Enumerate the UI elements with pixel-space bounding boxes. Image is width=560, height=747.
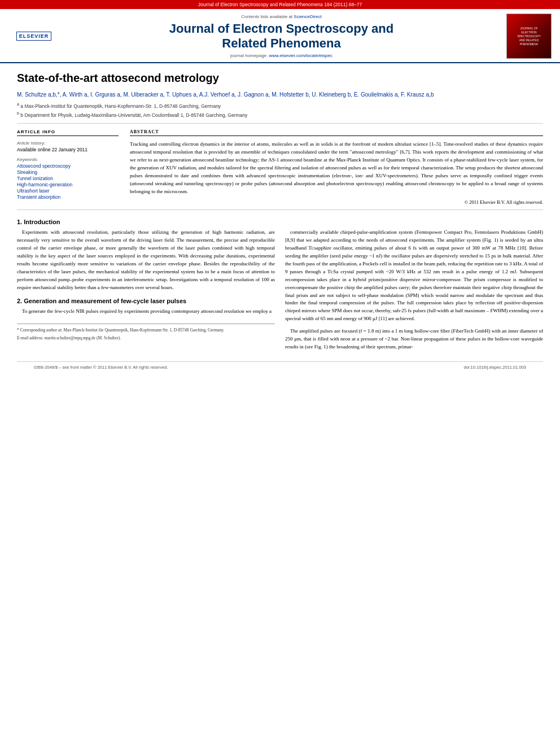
keywords-label: Keywords: (17, 157, 119, 162)
bottom-bar: 0368-2048/$ – see front matter © 2011 El… (17, 361, 543, 373)
body-area: 1. Introduction Experiments with attosec… (17, 219, 543, 356)
article-info-header: ARTICLE INFO (17, 129, 119, 136)
available-online: Available online 22 January 2011 (17, 147, 119, 152)
affiliation-1: a a Max-Planck-Institut für Quantenoptik… (17, 102, 543, 110)
issn-text: 0368-2048/$ – see front matter © 2011 El… (34, 365, 168, 370)
separator-line-2 (17, 209, 543, 210)
doi-text: doi:10.1016/j.elspec.2011.01.003 (463, 365, 526, 370)
separator-line (17, 123, 543, 124)
article-title: State-of-the-art attosecond metrology (17, 72, 543, 85)
journal-homepage: journal homepage: www.elsevier.com/locat… (62, 53, 501, 58)
journal-title: Journal of Electron Spectroscopy and Rel… (62, 21, 501, 51)
article-container: State-of-the-art attosecond metrology M.… (0, 63, 560, 384)
article-info-abstract-area: ARTICLE INFO Article history: Available … (17, 129, 543, 205)
journal-cover-thumbnail: JOURNAL OFELECTRONSPECTROSCOPYAND RELATE… (506, 14, 552, 59)
abstract-column: ABSTRACT Tracking and controlling electr… (130, 129, 543, 205)
keyword-1[interactable]: Attosecond spectroscopy (17, 163, 119, 169)
body-text-s2-col1: To generate the few-cycle NIR pulses req… (17, 308, 275, 316)
elsevier-logo: ELSEVIER (16, 32, 52, 41)
keywords-section: Keywords: Attosecond spectroscopy Streak… (17, 157, 119, 200)
body-col-1: Experiments with attosecond resolution, … (17, 229, 275, 356)
article-info-column: ARTICLE INFO Article history: Available … (17, 129, 119, 205)
journal-url[interactable]: www.elsevier.com/locate/elspec (269, 53, 333, 58)
contents-available-line: Contents lists available at ScienceDirec… (62, 14, 501, 19)
footnote-area: * Corresponding author at: Max-Planck-In… (17, 324, 275, 341)
body-text-s1-col1: Experiments with attosecond resolution, … (17, 229, 275, 292)
body-col-2: commercially available chirped-pulse-amp… (285, 229, 543, 356)
abstract-header: ABSTRACT (130, 129, 543, 136)
abstract-text: Tracking and controlling electron dynami… (130, 141, 543, 196)
section-2-title: 2. Generation and measurement of few-cyc… (17, 298, 275, 304)
sciencedirect-link[interactable]: ScienceDirect (294, 14, 321, 19)
history-label: Article history: (17, 141, 119, 146)
affiliation-2: b b Department für Physik, Ludwig-Maximi… (17, 111, 543, 119)
keyword-3[interactable]: Tunnel ionization (17, 176, 119, 181)
body-text-s2-col2: The amplified pulses are focused (f = 1.… (285, 327, 543, 351)
section-1-body: Experiments with attosecond resolution, … (17, 229, 543, 356)
body-text-s1-col2: commercially available chirped-pulse-amp… (285, 229, 543, 323)
keyword-2[interactable]: Streaking (17, 169, 119, 175)
journal-thumbnail-area: JOURNAL OFELECTRONSPECTROSCOPYAND RELATE… (506, 14, 554, 59)
keyword-4[interactable]: High-harmonic-generation (17, 182, 119, 187)
publisher-logo-area: ELSEVIER (6, 32, 62, 41)
section-1-title: 1. Introduction (17, 219, 543, 225)
copyright-line: © 2011 Elsevier B.V. All rights reserved… (130, 199, 543, 205)
footnote-email: E-mail address: martin.schultze@mpq.mpg.… (17, 335, 275, 342)
keyword-6[interactable]: Transient absorption (17, 194, 119, 200)
journal-citation-bar: Journal of Electron Spectroscopy and Rel… (0, 0, 560, 9)
journal-header: ELSEVIER Contents lists available at Sci… (0, 9, 560, 63)
keyword-5[interactable]: Ultrashort laser (17, 188, 119, 194)
article-authors: M. Schultze a,b,*, A. Wirth a, I. Grgura… (17, 90, 543, 99)
article-affiliations: a a Max-Planck-Institut für Quantenoptik… (17, 102, 543, 119)
journal-title-area: Contents lists available at ScienceDirec… (62, 14, 501, 59)
footnote-corresponding: * Corresponding author at: Max-Planck-In… (17, 327, 275, 334)
